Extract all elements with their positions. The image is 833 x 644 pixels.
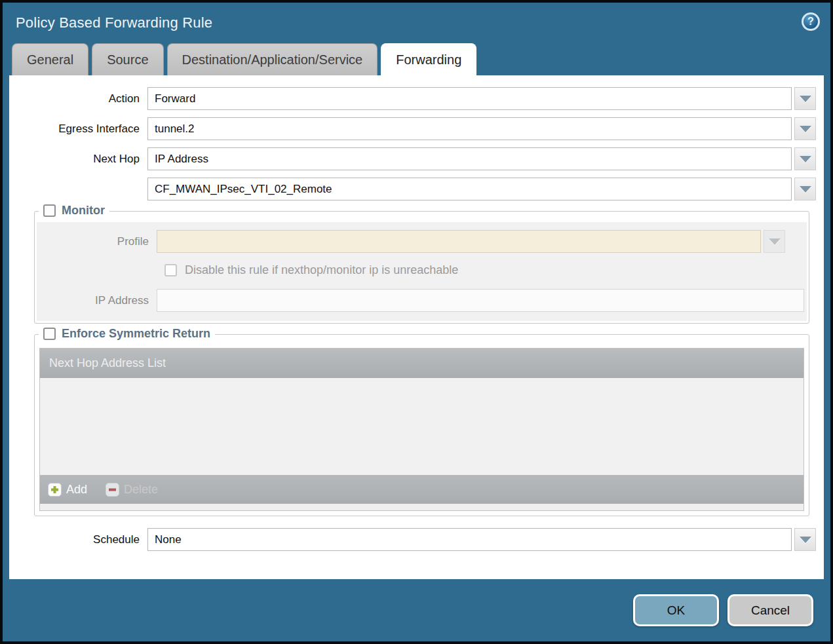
- delete-button-label: Delete: [124, 483, 158, 497]
- tab-label: Forwarding: [396, 52, 461, 67]
- next-hop-address-list-header-label: Next Hop Address List: [49, 356, 166, 370]
- action-combo: Forward: [147, 87, 816, 110]
- monitor-panel: Profile Disable this rule if nexthop/mon…: [37, 222, 807, 321]
- symmetric-return-legend: Enforce Symmetric Return: [39, 327, 215, 341]
- symmetric-return-checkbox[interactable]: [43, 328, 56, 340]
- next-hop-address-table-body[interactable]: [40, 378, 804, 475]
- chevron-down-icon: [800, 96, 811, 102]
- dialog-footer: OK Cancel: [3, 579, 830, 641]
- next-hop-address-combo: CF_MWAN_IPsec_VTI_02_Remote: [147, 178, 816, 200]
- tab-label: General: [27, 52, 73, 67]
- egress-interface-combo: tunnel.2: [147, 117, 816, 140]
- monitor-checkbox[interactable]: [43, 204, 56, 217]
- disable-rule-checkbox: [165, 264, 177, 276]
- tab-destination-application-service[interactable]: Destination/Application/Service: [167, 43, 378, 75]
- pbf-rule-dialog: Policy Based Forwarding Rule ? General S…: [3, 3, 830, 641]
- monitor-ip-label: IP Address: [37, 294, 157, 307]
- profile-combo: [157, 230, 807, 253]
- tab-label: Destination/Application/Service: [182, 52, 363, 67]
- next-hop-address-table-header: Next Hop Address List: [40, 349, 804, 378]
- action-label: Action: [18, 92, 147, 105]
- chevron-down-icon: [769, 238, 781, 245]
- schedule-combo: None: [147, 528, 816, 551]
- chevron-down-icon: [800, 537, 811, 543]
- profile-select: [157, 230, 761, 253]
- schedule-dropdown-button[interactable]: [794, 528, 816, 551]
- monitor-ip-row: IP Address: [37, 289, 807, 312]
- egress-interface-dropdown-button[interactable]: [794, 117, 816, 140]
- profile-label: Profile: [37, 235, 157, 248]
- add-button-label: Add: [66, 483, 87, 497]
- next-hop-address-table-footer: Add Delete: [40, 475, 804, 504]
- tab-bar: General Source Destination/Application/S…: [3, 43, 830, 75]
- chevron-down-icon: [800, 156, 811, 162]
- next-hop-type-select[interactable]: IP Address: [147, 147, 792, 170]
- minus-icon: [106, 483, 119, 497]
- schedule-select[interactable]: None: [147, 528, 792, 551]
- dialog-title: Policy Based Forwarding Rule: [16, 14, 212, 31]
- forwarding-tab-panel: Action Forward Egress Interface tunnel.2: [9, 75, 824, 579]
- schedule-label: Schedule: [18, 533, 147, 546]
- delete-button: Delete: [106, 483, 158, 497]
- cancel-button[interactable]: Cancel: [727, 594, 813, 626]
- profile-dropdown-button: [764, 230, 785, 253]
- monitor-legend: Monitor: [39, 204, 109, 218]
- chevron-down-icon: [800, 186, 811, 193]
- next-hop-address-select[interactable]: CF_MWAN_IPsec_VTI_02_Remote: [147, 178, 792, 200]
- symmetric-return-label: Enforce Symmetric Return: [62, 327, 210, 341]
- egress-interface-label: Egress Interface: [18, 123, 147, 136]
- tab-general[interactable]: General: [12, 43, 88, 75]
- next-hop-address-table: Next Hop Address List Add: [39, 348, 804, 511]
- tab-forwarding[interactable]: Forwarding: [381, 43, 476, 75]
- add-button[interactable]: Add: [48, 483, 87, 497]
- plus-icon: [48, 483, 62, 497]
- action-row: Action Forward: [18, 87, 816, 110]
- next-hop-address-row: CF_MWAN_IPsec_VTI_02_Remote: [18, 178, 816, 200]
- screen: Policy Based Forwarding Rule ? General S…: [0, 0, 833, 644]
- monitor-fieldset: Monitor Profile: [34, 211, 809, 324]
- ok-button[interactable]: OK: [633, 594, 719, 626]
- next-hop-label: Next Hop: [18, 153, 147, 166]
- chevron-down-icon: [800, 126, 811, 132]
- table-bottom-strip: [40, 504, 804, 510]
- egress-interface-select[interactable]: tunnel.2: [147, 117, 792, 140]
- tab-source[interactable]: Source: [92, 43, 163, 75]
- tab-label: Source: [107, 52, 148, 67]
- symmetric-return-fieldset: Enforce Symmetric Return Next Hop Addres…: [34, 334, 809, 516]
- help-glyph: ?: [807, 16, 814, 28]
- next-hop-address-dropdown-button[interactable]: [794, 178, 816, 200]
- egress-interface-row: Egress Interface tunnel.2: [18, 117, 816, 140]
- next-hop-row: Next Hop IP Address: [18, 147, 816, 170]
- schedule-row: Schedule None: [18, 528, 816, 551]
- profile-row: Profile: [37, 230, 807, 253]
- disable-rule-row: Disable this rule if nexthop/monitor ip …: [165, 263, 807, 277]
- action-select[interactable]: Forward: [147, 87, 792, 110]
- help-icon[interactable]: ?: [802, 12, 820, 31]
- action-dropdown-button[interactable]: [794, 87, 816, 110]
- profile-right-gap: [788, 230, 807, 253]
- dialog-titlebar: Policy Based Forwarding Rule ?: [3, 3, 830, 43]
- monitor-label: Monitor: [62, 204, 105, 218]
- next-hop-type-dropdown-button[interactable]: [794, 147, 816, 170]
- monitor-ip-input: [157, 289, 804, 312]
- disable-rule-label: Disable this rule if nexthop/monitor ip …: [185, 263, 458, 277]
- next-hop-type-combo: IP Address: [147, 147, 816, 170]
